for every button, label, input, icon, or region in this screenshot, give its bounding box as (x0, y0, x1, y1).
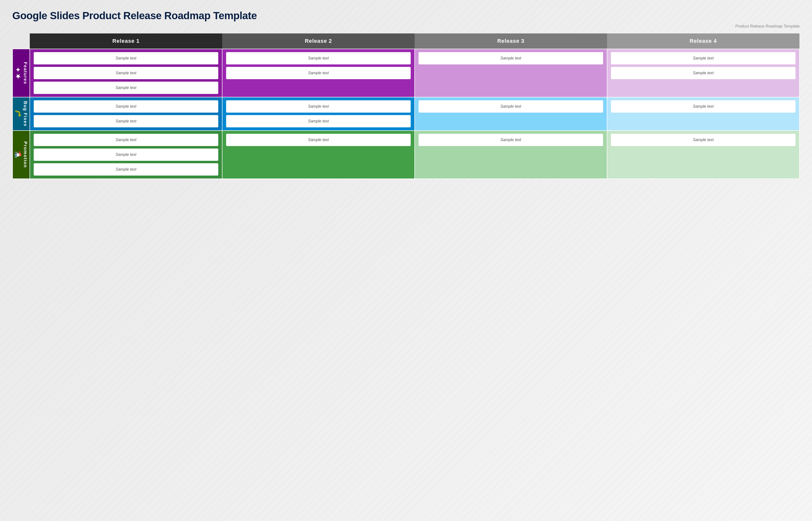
release2-header: Release 2 (222, 33, 415, 49)
bugfixes-label-text: Bug Fixes (23, 101, 28, 127)
bugfixes-r3-cell: Sample text (415, 97, 607, 131)
bugfixes-r1-item1: Sample text (34, 100, 218, 113)
roadmap-table: Release 1 Release 2 Release 3 Release 4 … (12, 33, 800, 179)
bugfixes-r4-cell: Sample text (607, 97, 799, 131)
page-title: Google Slides Product Release Roadmap Te… (12, 10, 800, 22)
features-r2-cell: Sample text Sample text (222, 49, 415, 97)
subtitle-area: Product Release Roadmap Template (12, 24, 800, 28)
bugfixes-r2-item2: Sample text (226, 115, 411, 127)
promotion-label: 📢 Promotion (13, 131, 30, 179)
promotion-label-text: Promotion (23, 141, 28, 168)
features-r3-cell: Sample text (415, 49, 607, 97)
bugfixes-r3-item1: Sample text (419, 100, 603, 113)
promotion-r1-item1: Sample text (34, 134, 218, 146)
release1-header: Release 1 (30, 33, 222, 49)
features-row: ★✦ Features Sample text Sample text Samp… (13, 49, 799, 97)
features-r4-cell: Sample text Sample text (607, 49, 799, 97)
features-r1-item3: Sample text (34, 82, 218, 94)
bugfixes-r2-item1: Sample text (226, 100, 411, 113)
features-label: ★✦ Features (13, 49, 30, 97)
bugfixes-r1-cell: Sample text Sample text (30, 97, 222, 131)
promotion-r3-cell: Sample text (415, 131, 607, 179)
promotion-r1-item2: Sample text (34, 149, 218, 161)
features-label-text: Features (23, 62, 28, 84)
promotion-r2-cell: Sample text (222, 131, 415, 179)
bugfixes-r2-cell: Sample text Sample text (222, 97, 415, 131)
header-spacer (13, 33, 30, 49)
promotion-r4-item1: Sample text (611, 134, 795, 146)
features-icon: ★✦ (15, 66, 21, 80)
promotion-row: 📢 Promotion Sample text Sample text Samp… (13, 131, 799, 179)
features-r1-cell: Sample text Sample text Sample text (30, 49, 222, 97)
features-r3-item1: Sample text (419, 52, 603, 64)
bugfixes-icon: 🐛 (15, 110, 21, 117)
bugfixes-r1-item2: Sample text (34, 115, 218, 127)
promotion-r4-cell: Sample text (607, 131, 799, 179)
promotion-r3-item1: Sample text (419, 134, 603, 146)
bugfixes-label: 🐛 Bug Fixes (13, 97, 30, 131)
bugfixes-row: 🐛 Bug Fixes Sample text Sample text Samp… (13, 97, 799, 131)
subtitle: Product Release Roadmap Template (735, 24, 800, 28)
promotion-r1-item3: Sample text (34, 163, 218, 176)
bugfixes-r4-item1: Sample text (611, 100, 795, 113)
features-r2-item2: Sample text (226, 67, 411, 79)
features-r4-item1: Sample text (611, 52, 795, 64)
features-r2-item1: Sample text (226, 52, 411, 64)
features-r4-item2: Sample text (611, 67, 795, 79)
features-r1-item2: Sample text (34, 67, 218, 79)
promotion-r2-item1: Sample text (226, 134, 411, 146)
features-r1-item1: Sample text (34, 52, 218, 64)
release4-header: Release 4 (607, 33, 799, 49)
release3-header: Release 3 (415, 33, 607, 49)
promotion-r1-cell: Sample text Sample text Sample text (30, 131, 222, 179)
promotion-icon: 📢 (15, 151, 21, 158)
